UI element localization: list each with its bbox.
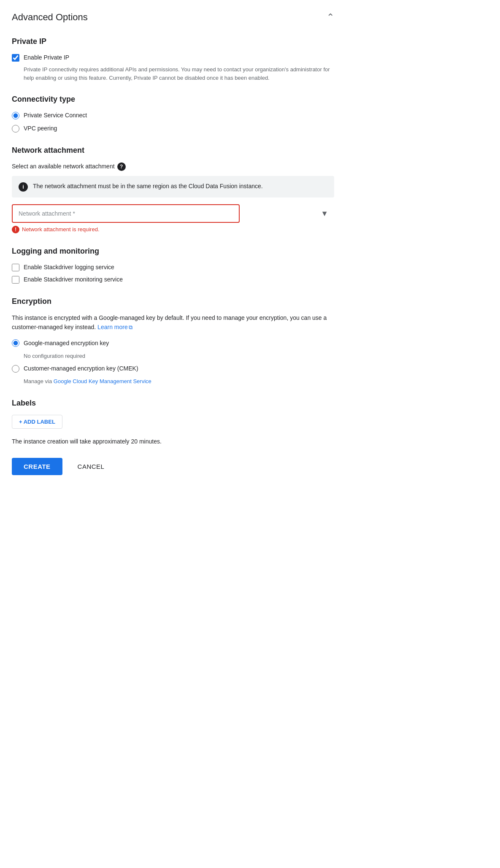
psc-radio[interactable] <box>12 112 19 119</box>
kms-link[interactable]: Google Cloud Key Management Service <box>54 378 151 384</box>
encryption-section: Encryption This instance is encrypted wi… <box>12 296 334 386</box>
cmek-radio[interactable] <box>12 365 19 373</box>
network-attachment-dropdown-wrapper: Network attachment * ▼ <box>12 204 334 223</box>
cmek-sub-label: Manage via Google Cloud Key Management S… <box>24 377 334 386</box>
info-icon: i <box>19 182 28 192</box>
enable-private-ip-row: Enable Private IP <box>12 53 334 62</box>
connectivity-type-section: Connectivity type Private Service Connec… <box>12 94 334 133</box>
page-title: Advanced Options <box>12 10 88 24</box>
action-buttons: CREATE CANCEL <box>12 458 334 475</box>
psc-label: Private Service Connect <box>24 111 87 120</box>
labels-section: Labels + ADD LABEL <box>12 397 334 437</box>
encryption-description: This instance is encrypted with a Google… <box>12 313 334 332</box>
network-attachment-title: Network attachment <box>12 145 334 156</box>
error-message: Network attachment is required. <box>22 225 100 234</box>
network-attachment-section: Network attachment Select an available n… <box>12 145 334 234</box>
footer: The instance creation will take approxim… <box>12 437 334 475</box>
logging-monitoring-title: Logging and monitoring <box>12 246 334 257</box>
private-ip-section: Private IP Enable Private IP Private IP … <box>12 36 334 82</box>
cmek-radio-row: Customer-managed encryption key (CMEK) <box>12 364 334 373</box>
logging-monitoring-section: Logging and monitoring Enable Stackdrive… <box>12 246 334 284</box>
info-box-text: The network attachment must be in the sa… <box>33 182 263 191</box>
collapse-icon[interactable]: ⌃ <box>327 10 334 24</box>
cancel-button[interactable]: CANCEL <box>69 458 113 475</box>
encryption-title: Encryption <box>12 296 334 307</box>
google-key-sub-label: No configuration required <box>24 352 334 360</box>
enable-private-ip-checkbox[interactable] <box>12 54 19 62</box>
psc-radio-row: Private Service Connect <box>12 111 334 120</box>
add-label-button-text: + ADD LABEL <box>19 419 55 425</box>
vpc-radio[interactable] <box>12 125 19 132</box>
select-label-text: Select an available network attachment <box>12 162 115 171</box>
advanced-options-header: Advanced Options ⌃ <box>12 10 334 24</box>
learn-more-text: Learn more <box>97 324 128 330</box>
help-icon[interactable]: ? <box>117 162 126 171</box>
labels-title: Labels <box>12 397 334 409</box>
instance-note: The instance creation will take approxim… <box>12 437 334 446</box>
stackdriver-logging-label: Enable Stackdriver logging service <box>24 263 114 272</box>
logging-checkbox-row: Enable Stackdriver logging service <box>12 263 334 272</box>
connectivity-type-title: Connectivity type <box>12 94 334 105</box>
external-link-icon: ⧉ <box>129 323 132 332</box>
cmek-label: Customer-managed encryption key (CMEK) <box>24 364 138 373</box>
dropdown-arrow-icon: ▼ <box>321 208 328 219</box>
vpc-label: VPC peering <box>24 124 57 133</box>
network-attachment-error: ! Network attachment is required. <box>12 225 334 234</box>
select-label-row: Select an available network attachment ? <box>12 162 334 171</box>
stackdriver-monitoring-checkbox[interactable] <box>12 276 19 284</box>
google-key-radio-row: Google-managed encryption key <box>12 339 334 348</box>
encryption-desc-text: This instance is encrypted with a Google… <box>12 314 327 330</box>
private-ip-description: Private IP connectivity requires additio… <box>24 65 334 82</box>
kms-link-text: Google Cloud Key Management Service <box>54 378 151 384</box>
add-label-button[interactable]: + ADD LABEL <box>12 415 62 429</box>
enable-private-ip-label: Enable Private IP <box>24 53 69 62</box>
learn-more-link[interactable]: Learn more⧉ <box>97 324 132 330</box>
create-button[interactable]: CREATE <box>12 458 62 475</box>
stackdriver-monitoring-label: Enable Stackdriver monitoring service <box>24 275 123 284</box>
monitoring-checkbox-row: Enable Stackdriver monitoring service <box>12 275 334 284</box>
vpc-radio-row: VPC peering <box>12 124 334 133</box>
error-icon: ! <box>12 226 19 233</box>
google-key-label: Google-managed encryption key <box>24 339 109 348</box>
network-attachment-dropdown[interactable]: Network attachment * <box>12 204 240 223</box>
stackdriver-logging-checkbox[interactable] <box>12 264 19 271</box>
info-box: i The network attachment must be in the … <box>12 176 334 197</box>
google-key-radio[interactable] <box>12 339 19 347</box>
private-ip-title: Private IP <box>12 36 334 47</box>
